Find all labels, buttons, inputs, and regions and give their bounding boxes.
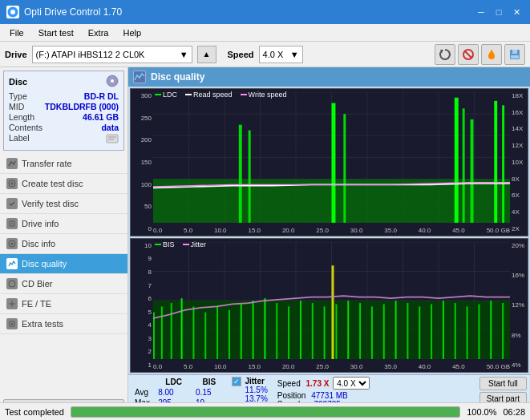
nav-transfer-rate[interactable]: Transfer rate (0, 154, 127, 174)
menu-help[interactable]: Help (116, 26, 148, 39)
nav-create-test-disc[interactable]: Create test disc (0, 174, 127, 194)
nav-disc-info-label: Disc info (22, 239, 55, 248)
stats-avg-ldc: 8.00 (155, 387, 192, 398)
legend-write-speed: Write speed (241, 91, 287, 99)
svg-rect-83 (324, 306, 326, 359)
svg-rect-73 (204, 313, 206, 359)
nav-fe-te[interactable]: FE / TE (0, 294, 127, 314)
charts-area: LDC Read speed Write speed 3002502001501… (128, 87, 530, 374)
svg-rect-69 (161, 306, 163, 359)
jitter-checkbox[interactable]: ✓ (232, 377, 241, 386)
drive-label: Drive (5, 50, 27, 59)
titlebar: Opti Drive Control 1.70 ─ □ ✕ (0, 0, 530, 24)
svg-rect-85 (335, 304, 337, 359)
nav-fe-te-label: FE / TE (22, 299, 51, 309)
svg-rect-50 (471, 119, 474, 223)
minimize-button[interactable]: ─ (474, 5, 488, 19)
legend-write-speed-dot (241, 94, 247, 95)
refresh-button[interactable] (435, 44, 455, 65)
burn-button[interactable] (481, 44, 502, 65)
disc-length-row: Length 46.61 GB (9, 112, 119, 122)
nav-cd-bier-label: CD Bier (22, 279, 53, 289)
jitter-label: Jitter (245, 377, 267, 386)
start-full-button[interactable]: Start full (479, 377, 527, 390)
mid-value: TDKBLDRFB (000) (45, 102, 119, 111)
legend-jitter: Jitter (183, 240, 207, 248)
disc-info-header: Disc (9, 75, 119, 89)
ldc-chart-inner (153, 92, 510, 223)
svg-rect-89 (383, 304, 385, 359)
save-button[interactable] (504, 44, 525, 65)
legend-jitter-dot (183, 244, 189, 245)
stats-avg-label: Avg (131, 387, 155, 398)
ldc-y-labels-left: 300250200150100500 (131, 89, 153, 236)
svg-rect-75 (229, 310, 230, 359)
speed-max-select[interactable]: 4.0 X 2.0 X 1.0 X (333, 377, 370, 390)
svg-rect-6 (512, 50, 517, 54)
nav-extra-tests[interactable]: Extra tests (0, 314, 127, 334)
window-controls: ─ □ ✕ (474, 5, 524, 19)
svg-rect-82 (312, 303, 314, 359)
sidebar: Disc Type BD-R DL MID TDKBLDRFB (000) Le… (0, 67, 128, 420)
svg-point-20 (9, 281, 15, 287)
svg-rect-81 (300, 301, 301, 359)
nav-verify-test-disc[interactable]: Verify test disc (0, 194, 127, 214)
ldc-x-labels: 0.05.010.015.020.025.030.035.040.045.050… (153, 227, 510, 234)
ldc-y-labels-right: 18X16X14X12X10X8X6X4X2X (510, 89, 528, 236)
nav-drive-info[interactable]: Drive info (0, 214, 127, 234)
contents-value: data (101, 123, 119, 132)
menu-start-test[interactable]: Start test (32, 26, 80, 39)
svg-rect-10 (107, 135, 118, 143)
drive-info-icon (6, 218, 18, 229)
type-value: BD-R DL (84, 91, 119, 101)
nav-cd-bier[interactable]: CD Bier (0, 274, 127, 294)
ldc-chart: LDC Read speed Write speed 3002502001501… (130, 88, 528, 236)
nav-items: Transfer rate Create test disc Verify te… (0, 154, 127, 334)
status-percent: 100.0% (467, 407, 496, 417)
menu-file[interactable]: File (3, 26, 30, 39)
progress-bar-fill (71, 407, 459, 417)
bis-y-labels-right: 20%16%12%8%4% (510, 239, 528, 372)
speed-select[interactable]: 4.0 X ▼ (259, 46, 303, 63)
svg-rect-94 (443, 301, 444, 359)
extra-tests-icon (6, 318, 18, 329)
disc-type-row: Type BD-R DL (9, 91, 119, 101)
contents-label: Contents (9, 123, 42, 132)
disc-panel-title: Disc (9, 77, 27, 87)
menu-extra[interactable]: Extra (82, 26, 115, 39)
eject-button[interactable]: ▲ (197, 46, 216, 63)
svg-rect-97 (478, 304, 479, 359)
col-ldc: LDC (155, 377, 192, 387)
maximize-button[interactable]: □ (492, 5, 506, 19)
close-button[interactable]: ✕ (509, 5, 524, 19)
disc-info-panel: Disc Type BD-R DL MID TDKBLDRFB (000) Le… (3, 71, 124, 151)
statusbar: Test completed 100.0% 06:28 (0, 402, 530, 420)
disc-icon (106, 75, 119, 89)
label-value (106, 133, 119, 146)
svg-rect-80 (288, 306, 289, 359)
nav-disc-quality[interactable]: Disc quality (0, 254, 127, 274)
nav-transfer-rate-label: Transfer rate (22, 159, 72, 168)
nav-disc-info[interactable]: Disc info (0, 234, 127, 254)
ldc-legend: LDC Read speed Write speed (155, 91, 286, 99)
svg-point-19 (11, 243, 14, 245)
ldc-chart-svg (153, 92, 510, 223)
stats-avg-row: Avg 8.00 0.15 (131, 387, 225, 398)
legend-bis-dot (155, 244, 161, 245)
toolbar-icons (435, 44, 525, 65)
verify-test-disc-icon (6, 198, 18, 209)
legend-bis: BIS (155, 240, 175, 248)
erase-button[interactable] (458, 44, 479, 65)
disc-mid-row: MID TDKBLDRFB (000) (9, 102, 119, 111)
drive-select[interactable]: (F:) ATAPI iHBS112 2 CL0K ▼ (32, 46, 192, 63)
svg-rect-68 (153, 313, 155, 359)
svg-point-9 (111, 79, 114, 83)
menubar: File Start test Extra Help (0, 24, 530, 42)
legend-read-speed: Read speed (185, 91, 233, 99)
svg-rect-74 (216, 306, 218, 359)
nav-drive-info-label: Drive info (22, 219, 59, 228)
disc-info-icon (6, 238, 18, 249)
legend-read-speed-dot (185, 94, 192, 95)
nav-verify-test-disc-label: Verify test disc (22, 199, 79, 208)
speed-label: Speed (228, 50, 254, 59)
